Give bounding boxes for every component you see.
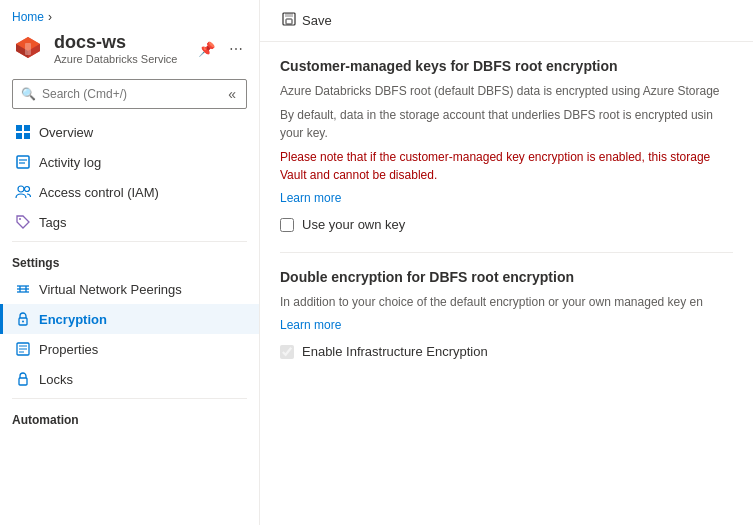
enable-infra-encryption-checkbox[interactable] [280, 345, 294, 359]
svg-rect-28 [285, 13, 293, 17]
sidebar-item-encryption[interactable]: Encryption [0, 304, 259, 334]
section1-learn-more-link[interactable]: Learn more [280, 191, 341, 205]
properties-icon [15, 341, 31, 357]
search-input[interactable] [42, 87, 220, 101]
more-options-button[interactable]: ⋯ [225, 39, 247, 59]
section1-warning: Please note that if the customer-managed… [280, 148, 733, 184]
locks-icon [15, 371, 31, 387]
svg-rect-7 [16, 133, 22, 139]
section1-title: Customer-managed keys for DBFS root encr… [280, 58, 733, 74]
sidebar-item-overview-label: Overview [39, 125, 93, 140]
save-label: Save [302, 13, 332, 28]
sidebar-item-properties[interactable]: Properties [0, 334, 259, 364]
sidebar-item-activity-log[interactable]: Activity log [0, 147, 259, 177]
activity-log-icon [15, 154, 31, 170]
svg-point-13 [25, 187, 30, 192]
sidebar-item-locks-label: Locks [39, 372, 73, 387]
app-subtitle: Azure Databricks Service [54, 53, 184, 65]
sidebar-item-locks[interactable]: Locks [0, 364, 259, 394]
sidebar-item-overview[interactable]: Overview [0, 117, 259, 147]
section1-info1: Azure Databricks DBFS root (default DBFS… [280, 82, 733, 100]
content-area: Customer-managed keys for DBFS root encr… [260, 42, 753, 525]
section1-info2: By default, data in the storage account … [280, 106, 733, 142]
svg-rect-4 [25, 43, 31, 55]
overview-icon [15, 124, 31, 140]
app-actions: 📌 ⋯ [194, 39, 247, 59]
section1-checkbox-row: Use your own key [280, 217, 733, 232]
pin-icon-button[interactable]: 📌 [194, 39, 219, 59]
save-icon [282, 12, 296, 29]
use-own-key-label: Use your own key [302, 217, 405, 232]
sidebar-item-encryption-label: Encryption [39, 312, 107, 327]
sidebar-item-iam[interactable]: Access control (IAM) [0, 177, 259, 207]
main-content: Save Customer-managed keys for DBFS root… [260, 0, 753, 525]
svg-point-21 [22, 321, 24, 323]
section2: Double encryption for DBFS root encrypti… [280, 269, 733, 359]
settings-divider [12, 241, 247, 242]
collapse-button[interactable]: « [226, 84, 238, 104]
sidebar-item-iam-label: Access control (IAM) [39, 185, 159, 200]
breadcrumb-home[interactable]: Home [12, 10, 44, 24]
section2-checkbox-row: Enable Infrastructure Encryption [280, 344, 733, 359]
databricks-logo-icon [12, 33, 44, 65]
breadcrumb: Home › [12, 10, 247, 24]
app-name: docs-ws [54, 32, 184, 53]
toolbar: Save [260, 0, 753, 42]
sections-divider [280, 252, 733, 253]
section2-title: Double encryption for DBFS root encrypti… [280, 269, 733, 285]
automation-divider [12, 398, 247, 399]
use-own-key-checkbox[interactable] [280, 218, 294, 232]
encryption-icon [15, 311, 31, 327]
svg-rect-9 [17, 156, 29, 168]
section2-learn-more-link[interactable]: Learn more [280, 318, 341, 332]
sidebar-item-properties-label: Properties [39, 342, 98, 357]
search-box[interactable]: 🔍 « [12, 79, 247, 109]
app-identity: docs-ws Azure Databricks Service 📌 ⋯ [12, 32, 247, 65]
svg-point-12 [18, 186, 24, 192]
sidebar-header: Home › docs-ws Azure Databricks Service … [0, 0, 259, 79]
svg-rect-5 [16, 125, 22, 131]
sidebar-item-activity-log-label: Activity log [39, 155, 101, 170]
enable-infra-encryption-label: Enable Infrastructure Encryption [302, 344, 488, 359]
sidebar-item-tags-label: Tags [39, 215, 66, 230]
breadcrumb-separator: › [48, 10, 52, 24]
svg-rect-26 [19, 378, 27, 385]
section1: Customer-managed keys for DBFS root encr… [280, 58, 733, 232]
automation-section-label: Automation [0, 403, 259, 431]
tags-icon [15, 214, 31, 230]
iam-icon [15, 184, 31, 200]
sidebar-item-vnet-label: Virtual Network Peerings [39, 282, 182, 297]
search-icon: 🔍 [21, 87, 36, 101]
sidebar-item-vnet[interactable]: Virtual Network Peerings [0, 274, 259, 304]
app-name-area: docs-ws Azure Databricks Service [54, 32, 184, 65]
vnet-icon [15, 281, 31, 297]
svg-rect-29 [286, 19, 292, 24]
sidebar-item-tags[interactable]: Tags [0, 207, 259, 237]
svg-point-14 [19, 218, 21, 220]
settings-section-label: Settings [0, 246, 259, 274]
save-button[interactable]: Save [276, 8, 338, 33]
svg-rect-8 [24, 133, 30, 139]
sidebar: Home › docs-ws Azure Databricks Service … [0, 0, 260, 525]
svg-rect-6 [24, 125, 30, 131]
section2-info: In addition to your choice of the defaul… [280, 293, 733, 311]
